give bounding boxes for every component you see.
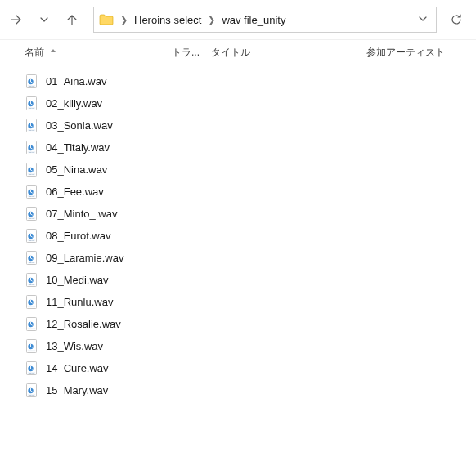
column-header-name[interactable]: 名前: [25, 40, 172, 65]
arrow-up-icon: [65, 13, 79, 26]
file-name: 05_Nina.wav: [46, 163, 107, 176]
file-list: WAV 01_Aina.wav WAV 02_killy.wav WAV 03_…: [0, 65, 476, 401]
file-row[interactable]: WAV 09_Laramie.wav: [0, 247, 476, 269]
toolbar: ❯ Heroins select ❯ wav file_unity: [0, 0, 476, 39]
file-name: 13_Wis.wav: [46, 340, 103, 352]
column-header-track[interactable]: トラ...: [172, 40, 211, 65]
file-row[interactable]: WAV 03_Sonia.wav: [0, 114, 476, 137]
column-header-title[interactable]: タイトル: [211, 40, 366, 65]
address-bar-right: [415, 11, 431, 29]
forward-button[interactable]: [3, 7, 29, 33]
svg-text:WAV: WAV: [29, 107, 34, 109]
svg-text:WAV: WAV: [29, 217, 34, 219]
file-row[interactable]: WAV 14_Cure.wav: [0, 357, 476, 379]
file-row[interactable]: WAV 02_killy.wav: [0, 92, 476, 114]
svg-text:WAV: WAV: [29, 85, 34, 87]
up-button[interactable]: [59, 7, 85, 33]
refresh-icon: [450, 13, 463, 26]
wav-file-icon: WAV: [25, 185, 39, 199]
chevron-down-icon: [39, 15, 49, 25]
file-name: 14_Cure.wav: [46, 362, 109, 374]
sort-indicator-icon: [49, 47, 57, 57]
file-row[interactable]: WAV 05_Nina.wav: [0, 159, 476, 181]
file-row[interactable]: WAV 06_Fee.wav: [0, 181, 476, 203]
file-row[interactable]: WAV 12_Rosalie.wav: [0, 313, 476, 335]
file-row[interactable]: WAV 01_Aina.wav: [0, 70, 476, 92]
file-row[interactable]: WAV 15_Mary.wav: [0, 379, 476, 401]
file-name: 04_Titaly.wav: [46, 141, 110, 154]
wav-file-icon: WAV: [25, 119, 39, 133]
address-dropdown-button[interactable]: [415, 11, 431, 29]
file-name: 02_killy.wav: [46, 97, 102, 110]
file-row[interactable]: WAV 13_Wis.wav: [0, 335, 476, 357]
wav-file-icon: WAV: [25, 207, 39, 222]
svg-text:WAV: WAV: [29, 195, 34, 197]
svg-text:WAV: WAV: [29, 328, 34, 329]
file-name: 10_Medi.wav: [46, 274, 109, 286]
chevron-down-icon: [418, 14, 428, 24]
svg-text:WAV: WAV: [29, 394, 34, 396]
file-name: 09_Laramie.wav: [46, 252, 123, 264]
file-name: 03_Sonia.wav: [46, 119, 113, 132]
file-name: 12_Rosalie.wav: [46, 318, 121, 330]
file-name: 07_Minto_.wav: [46, 208, 117, 220]
file-name: 11_Runlu.wav: [46, 296, 113, 308]
file-name: 01_Aina.wav: [46, 75, 106, 87]
wav-file-icon: WAV: [25, 273, 39, 288]
recent-locations-button[interactable]: [31, 7, 57, 33]
file-row[interactable]: WAV 08_Eurot.wav: [0, 225, 476, 247]
breadcrumb-item[interactable]: wav file_unity: [218, 12, 289, 28]
column-label: 参加アーティスト: [366, 46, 445, 60]
column-header-artist[interactable]: 参加アーティスト: [366, 40, 476, 65]
svg-text:WAV: WAV: [29, 173, 34, 175]
svg-text:WAV: WAV: [29, 306, 34, 307]
chevron-right-icon[interactable]: ❯: [117, 15, 131, 25]
wav-file-icon: WAV: [25, 383, 39, 398]
svg-text:WAV: WAV: [29, 262, 34, 263]
column-label: タイトル: [211, 46, 250, 60]
svg-text:WAV: WAV: [29, 151, 34, 153]
svg-text:WAV: WAV: [29, 372, 34, 374]
svg-text:WAV: WAV: [29, 239, 34, 241]
wav-file-icon: WAV: [25, 251, 39, 266]
wav-file-icon: WAV: [25, 295, 39, 310]
wav-file-icon: WAV: [25, 317, 39, 332]
arrow-right-icon: [10, 13, 23, 26]
file-name: 15_Mary.wav: [46, 384, 108, 396]
column-headers: 名前 トラ... タイトル 参加アーティスト: [0, 39, 476, 65]
file-name: 06_Fee.wav: [46, 186, 104, 198]
svg-text:WAV: WAV: [29, 284, 34, 285]
wav-file-icon: WAV: [25, 96, 39, 111]
svg-text:WAV: WAV: [29, 129, 34, 131]
wav-file-icon: WAV: [25, 361, 39, 376]
wav-file-icon: WAV: [25, 74, 39, 89]
wav-file-icon: WAV: [25, 339, 39, 354]
file-row[interactable]: WAV 04_Titaly.wav: [0, 137, 476, 159]
chevron-right-icon[interactable]: ❯: [204, 15, 218, 25]
wav-file-icon: WAV: [25, 163, 39, 177]
breadcrumb-item[interactable]: Heroins select: [131, 12, 204, 28]
svg-text:WAV: WAV: [29, 350, 34, 351]
wav-file-icon: WAV: [25, 141, 39, 155]
file-row[interactable]: WAV 10_Medi.wav: [0, 269, 476, 291]
refresh-button[interactable]: [443, 7, 469, 33]
column-label: 名前: [25, 46, 44, 60]
folder-icon: [99, 13, 114, 26]
address-bar[interactable]: ❯ Heroins select ❯ wav file_unity: [93, 7, 437, 33]
wav-file-icon: WAV: [25, 229, 39, 244]
file-name: 08_Eurot.wav: [46, 230, 111, 242]
file-row[interactable]: WAV 11_Runlu.wav: [0, 291, 476, 313]
column-label: トラ...: [172, 46, 200, 60]
file-row[interactable]: WAV 07_Minto_.wav: [0, 203, 476, 225]
